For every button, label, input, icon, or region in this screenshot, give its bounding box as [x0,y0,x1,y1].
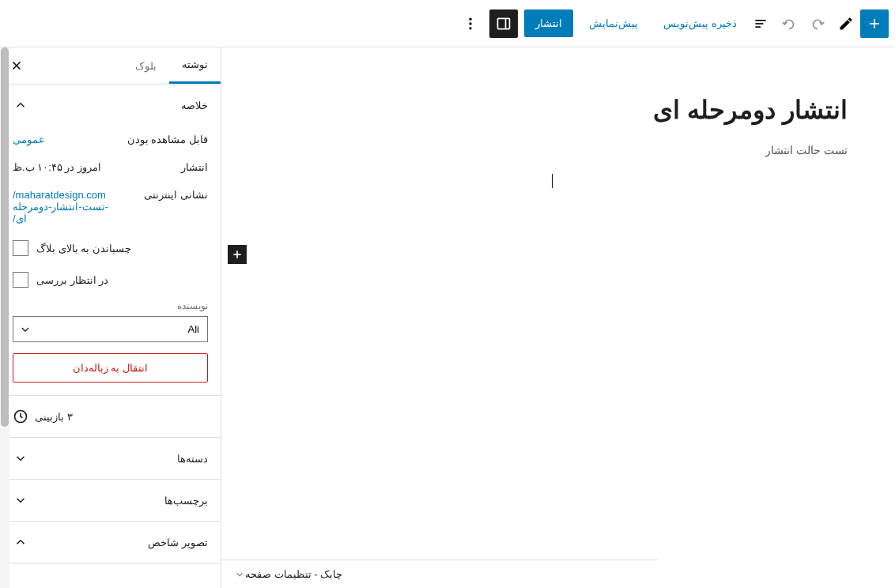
chevron-up-icon [13,534,28,550]
text-cursor [552,174,553,188]
svg-point-5 [470,17,472,20]
scrollbar-thumb[interactable] [1,47,9,427]
tab-block[interactable]: بلوک [123,47,169,84]
editor-canvas[interactable]: انتشار دومرحله ای تست حالت انتشار چابک -… [221,47,895,588]
inline-add-block-button[interactable] [228,245,247,264]
document-overview-button[interactable] [746,9,775,38]
redo-button[interactable] [803,9,832,38]
stick-checkbox[interactable] [13,240,28,256]
panel-featured-image: تصویر شاخص [0,522,221,564]
pending-row: در انتظار بررسی [13,264,208,296]
more-options-button[interactable] [458,11,483,36]
bottom-panel-label: چابک - تنظیمات صفحه [245,568,342,580]
url-value[interactable]: /maharatdesign.com تست-انتشار-دومرحله- /… [13,189,108,224]
redo-icon [809,15,826,32]
pending-label: در انتظار بررسی [36,274,108,286]
author-select-wrap: Ali [13,316,208,342]
plus-icon [231,248,244,261]
svg-point-6 [470,22,472,24]
panel-tags: برچسب‌ها [0,480,221,522]
panel-categories-title: دسته‌ها [177,453,208,465]
author-label: نویسنده [13,296,208,316]
stick-row: چسباندن به بالای بلاگ [13,232,208,264]
tools-button[interactable] [832,9,860,38]
save-draft-button[interactable]: ذخیره پیش‌نویس [654,11,746,36]
panel-summary-title: خلاصه [181,100,208,111]
bottom-panel-bar[interactable]: چابک - تنظیمات صفحه [221,560,658,588]
stick-label: چسباندن به بالای بلاگ [36,243,131,254]
svg-point-7 [470,27,472,29]
pending-checkbox[interactable] [13,272,28,288]
publish-label: انتشار [181,161,208,173]
dots-vertical-icon [463,16,478,32]
tab-post[interactable]: نوشته [169,47,221,84]
visibility-row: قابل مشاهده بودن عمومی [13,126,208,153]
settings-sidebar-toggle[interactable] [489,9,518,38]
scrollbar[interactable] [0,47,9,588]
panel-tags-header[interactable]: برچسب‌ها [0,480,221,521]
panel-categories-header[interactable]: دسته‌ها [0,438,221,479]
revisions-label: ۳ بازبینی [35,411,73,423]
panel-summary-header[interactable]: خلاصه [0,85,221,126]
url-row: نشانی اینترنتی /maharatdesign.com تست-ان… [13,181,208,232]
publish-row: انتشار امروز در ۱۰:۴۵ ب.ظ [13,153,208,181]
publish-button[interactable]: انتشار [524,9,573,37]
panel-featured-image-title: تصویر شاخص [148,537,208,548]
panel-summary: خلاصه قابل مشاهده بودن عمومی انتشار امرو… [0,85,221,396]
svg-rect-8 [498,18,510,28]
settings-sidebar: نوشته بلوک خلاصه قابل مشاهده بودن [0,47,221,588]
post-paragraph[interactable]: تست حالت انتشار [285,144,848,156]
publish-value[interactable]: امروز در ۱۰:۴۵ ب.ظ [13,161,101,173]
undo-button[interactable] [775,9,803,38]
panel-revisions[interactable]: ۳ بازبینی [0,396,221,438]
chevron-down-icon [13,492,28,508]
visibility-value[interactable]: عمومی [13,134,45,145]
move-to-trash-button[interactable]: انتقال به زباله‌دان [13,353,208,383]
visibility-label: قابل مشاهده بودن [127,134,208,145]
history-icon [13,409,28,424]
chevron-down-icon [13,450,28,466]
preview-button[interactable]: پیش‌نمایش [580,11,648,36]
list-icon [753,16,768,32]
panel-tags-title: برچسب‌ها [164,495,208,507]
plus-icon [867,16,882,32]
pencil-icon [838,16,854,32]
top-toolbar: انتشار پیش‌نمایش ذخیره پیش‌نویس [0,0,895,47]
author-select[interactable]: Ali [13,316,208,342]
add-block-button[interactable] [860,9,889,38]
url-label: نشانی اینترنتی [144,189,208,201]
panel-featured-image-header[interactable]: تصویر شاخص [0,522,221,563]
post-title[interactable]: انتشار دومرحله ای [285,95,848,125]
sidebar-tabs: نوشته بلوک [0,47,221,85]
close-icon [9,58,24,73]
chevron-down-icon [234,569,245,580]
undo-icon [780,15,798,32]
sidebar-icon [496,16,512,32]
panel-categories: دسته‌ها [0,438,221,480]
chevron-up-icon [13,97,28,113]
